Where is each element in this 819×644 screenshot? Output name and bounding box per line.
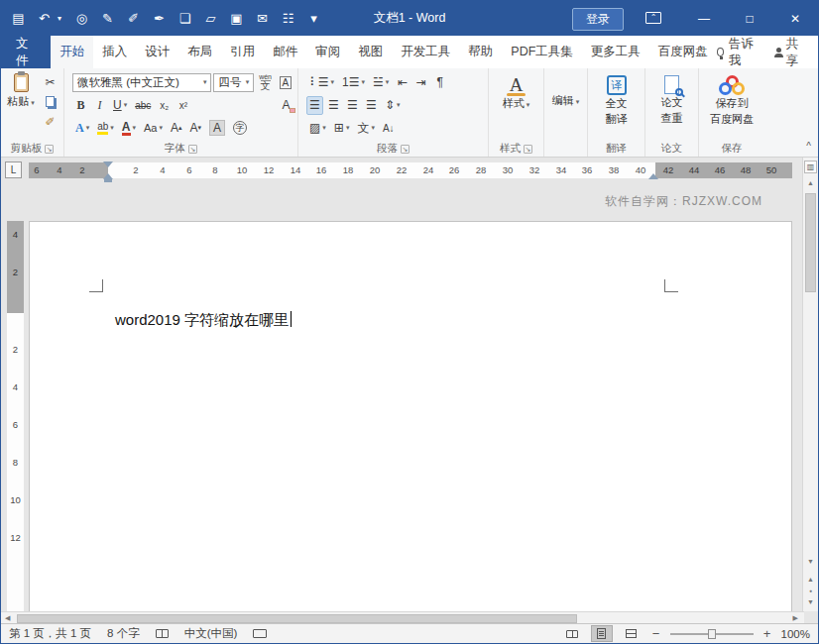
scroll-down-button[interactable]: ▼ xyxy=(803,558,818,565)
edit-document-icon[interactable]: ✐ xyxy=(126,11,141,26)
tab-file[interactable]: 文件 xyxy=(1,36,51,68)
superscript-button[interactable]: x² xyxy=(175,96,191,115)
strikethrough-button[interactable]: abc xyxy=(132,96,154,115)
grow-font-button[interactable]: A xyxy=(168,119,185,138)
italic-button[interactable]: I xyxy=(91,96,108,115)
numbering-button[interactable]: 1☰ xyxy=(339,73,368,92)
tab-pdf-tools[interactable]: PDF工具集 xyxy=(502,36,582,68)
tellme-button[interactable]: 告诉我 xyxy=(717,36,757,69)
sort-button[interactable]: A↓ xyxy=(380,119,398,138)
copy-button[interactable] xyxy=(42,92,58,111)
tab-help[interactable]: 帮助 xyxy=(459,36,502,68)
zoom-in-button[interactable]: + xyxy=(761,626,773,641)
paste-button[interactable]: 粘贴 xyxy=(5,73,37,109)
tab-references[interactable]: 引用 xyxy=(221,36,264,68)
tab-layout[interactable]: 布局 xyxy=(178,36,221,68)
horizontal-scrollbar-thumb[interactable] xyxy=(17,614,577,623)
show-marks-button[interactable]: ¶ xyxy=(431,73,448,92)
maximize-button[interactable]: □ xyxy=(727,1,772,36)
tab-view[interactable]: 视图 xyxy=(349,36,392,68)
multilevel-list-button[interactable]: ☱ xyxy=(370,73,392,92)
qat-more-icon[interactable]: ▾ xyxy=(306,11,321,26)
line-spacing-button[interactable]: ⇕ xyxy=(382,96,404,115)
login-button[interactable]: 登录 xyxy=(572,8,624,31)
open-folder-icon[interactable]: ▱ xyxy=(203,11,218,26)
first-line-indent-marker[interactable] xyxy=(103,161,113,167)
zoom-slider[interactable] xyxy=(670,633,754,635)
tab-developer[interactable]: 开发工具 xyxy=(392,36,459,68)
styles-dialog-launcher[interactable]: ↘ xyxy=(524,145,532,154)
undo-icon[interactable]: ↶ xyxy=(37,11,52,26)
web-layout-view-button[interactable] xyxy=(621,625,643,642)
print-layout-view-button[interactable] xyxy=(591,625,613,642)
ribbon-collapse-button[interactable]: ^ xyxy=(806,141,811,152)
paragraph-dialog-launcher[interactable]: ↘ xyxy=(401,145,410,154)
email-icon[interactable]: ✉ xyxy=(255,11,270,26)
enclose-character-button[interactable]: 字 xyxy=(230,119,250,138)
decrease-indent-button[interactable]: ⇤ xyxy=(394,73,410,92)
underline-button[interactable]: U xyxy=(110,96,130,115)
highlight-button[interactable]: ab xyxy=(94,119,117,138)
increase-indent-button[interactable]: ⇥ xyxy=(412,73,429,92)
share-button[interactable]: 共享 xyxy=(774,36,804,69)
save-icon[interactable]: ▣ xyxy=(229,11,244,26)
page-number-status[interactable]: 第 1 页，共 1 页 xyxy=(9,626,91,641)
tab-design[interactable]: 设计 xyxy=(136,36,178,68)
pinyin-guide-button[interactable]: wén文 xyxy=(256,73,274,92)
tab-mailings[interactable]: 邮件 xyxy=(264,36,306,68)
tab-review[interactable]: 审阅 xyxy=(306,36,349,68)
minimize-button[interactable]: — xyxy=(681,1,727,36)
undo-dropdown-icon[interactable]: ▾ xyxy=(56,14,63,23)
asian-layout-button[interactable]: 文 xyxy=(354,119,378,138)
scroll-up-button[interactable]: ▲ xyxy=(803,179,818,186)
justify-button[interactable]: ☰ xyxy=(363,96,380,115)
language-status[interactable]: 中文(中国) xyxy=(184,626,238,641)
cut-button[interactable]: ✂ xyxy=(42,72,58,91)
font-name-combo[interactable]: 微软雅黑 (中文正文) xyxy=(72,73,211,92)
character-shading-button[interactable]: A xyxy=(206,119,228,138)
keyboard-status-icon[interactable] xyxy=(253,629,267,638)
close-button[interactable]: ✕ xyxy=(772,1,818,36)
vertical-scrollbar[interactable]: ▥ ▲ ▼ ▲ ● ▼ xyxy=(802,158,818,611)
text-effects-button[interactable]: A xyxy=(72,119,92,138)
bold-button[interactable]: B xyxy=(72,96,89,115)
shrink-font-button[interactable]: A xyxy=(187,119,205,138)
ink-icon[interactable]: ✒ xyxy=(152,11,167,26)
tab-stop-selector[interactable]: L xyxy=(5,161,22,178)
clear-formatting-button[interactable]: A xyxy=(278,96,294,115)
pen-icon[interactable]: ✎ xyxy=(100,11,115,26)
scroll-right-button[interactable]: ▶ xyxy=(793,614,798,622)
borders-button[interactable]: ⊞ xyxy=(331,119,353,138)
previous-page-button[interactable]: ▲ xyxy=(803,576,818,583)
font-dialog-launcher[interactable]: ↘ xyxy=(188,145,197,154)
tab-baidu-netdisk[interactable]: 百度网盘 xyxy=(649,36,717,68)
print-icon[interactable]: ☷ xyxy=(281,11,295,26)
left-indent-marker[interactable] xyxy=(104,179,112,182)
tab-home[interactable]: 开始 xyxy=(51,36,93,68)
zoom-out-button[interactable]: − xyxy=(650,626,662,641)
clipboard-dialog-launcher[interactable]: ↘ xyxy=(45,145,54,154)
change-case-button[interactable]: Aa xyxy=(141,119,166,138)
align-right-button[interactable]: ☰ xyxy=(344,96,361,115)
document-page[interactable]: word2019 字符缩放在哪里 xyxy=(29,221,792,611)
print-preview-icon[interactable]: ◎ xyxy=(74,11,89,26)
character-border-button[interactable]: A xyxy=(277,73,294,92)
align-center-button[interactable]: ☰ xyxy=(325,96,342,115)
read-mode-view-button[interactable] xyxy=(561,625,583,642)
shading-button[interactable]: ▨ xyxy=(306,119,329,138)
scroll-left-button[interactable]: ◀ xyxy=(5,614,10,622)
select-browse-object-button[interactable]: ● xyxy=(803,588,818,593)
word-count-status[interactable]: 8 个字 xyxy=(107,626,140,641)
new-document-icon[interactable]: ❏ xyxy=(177,11,192,26)
format-painter-button[interactable]: ✐ xyxy=(42,112,58,131)
ruler-toggle-button[interactable]: ▥ xyxy=(804,161,817,173)
horizontal-ruler[interactable]: 6 4 2 2 4 6 8 10 12 14 16 18 20 22 24 26… xyxy=(29,162,792,178)
tab-more-tools[interactable]: 更多工具 xyxy=(582,36,649,68)
vertical-ruler[interactable]: 4 2 2 4 6 8 10 12 xyxy=(7,221,24,611)
grid-icon[interactable]: ▤ xyxy=(11,11,26,26)
zoom-slider-thumb[interactable] xyxy=(708,629,716,639)
subscript-button[interactable]: x₂ xyxy=(156,96,173,115)
font-color-button[interactable]: A xyxy=(119,119,139,138)
zoom-percentage[interactable]: 100% xyxy=(781,628,810,640)
editing-button[interactable]: 编辑 xyxy=(544,68,587,157)
